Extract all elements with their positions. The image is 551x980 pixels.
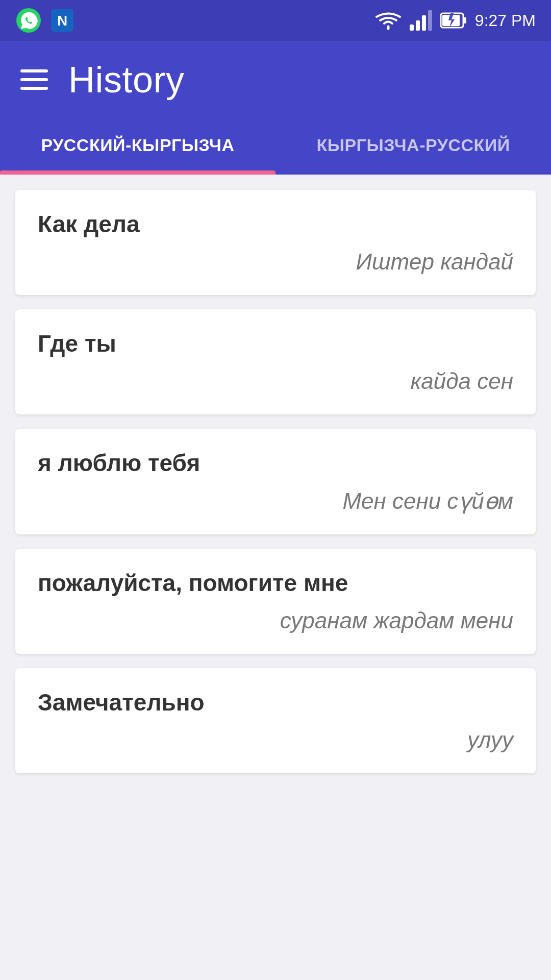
svg-rect-6 <box>428 10 432 31</box>
source-text-2: я люблю тебя <box>38 449 513 477</box>
svg-rect-3 <box>410 24 414 31</box>
source-text-0: Как дела <box>38 210 513 238</box>
whatsapp-icon <box>15 7 42 34</box>
menu-line-2 <box>20 78 48 81</box>
signal-icon <box>410 10 432 31</box>
status-bar-right-icons: 9:27 PM <box>375 10 536 31</box>
translation-list: Как дела Иштер кандай Где ты кайда сен я… <box>0 175 551 794</box>
battery-icon <box>440 11 467 30</box>
translation-card-0[interactable]: Как дела Иштер кандай <box>15 190 536 295</box>
svg-rect-4 <box>416 20 420 31</box>
source-text-3: пожалуйста, помогите мне <box>38 569 513 597</box>
svg-rect-8 <box>463 17 466 23</box>
svg-rect-5 <box>422 15 426 31</box>
source-text-1: Где ты <box>38 330 513 357</box>
menu-button[interactable] <box>20 69 48 90</box>
source-text-4: Замечательно <box>38 689 513 716</box>
notification-icon: N <box>51 9 73 32</box>
translation-text-2: Мен сени сүйөм <box>38 488 513 514</box>
translation-text-1: кайда сен <box>38 369 513 394</box>
page-title: History <box>68 59 185 101</box>
svg-text:N: N <box>57 13 67 29</box>
translation-card-1[interactable]: Где ты кайда сен <box>15 309 536 414</box>
time-display: 9:27 PM <box>475 11 536 30</box>
app-bar: History <box>0 41 551 118</box>
tabs-bar: РУССКИЙ-КЫРГЫЗЧА КЫРГЫЗЧА-РУССКИЙ <box>0 118 551 175</box>
translation-text-3: суранам жардам мени <box>38 608 513 633</box>
tab-russian-kyrgyz[interactable]: РУССКИЙ-КЫРГЫЗЧА <box>0 118 276 175</box>
menu-line-3 <box>20 87 48 90</box>
translation-card-4[interactable]: Замечательно улуу <box>15 668 536 773</box>
translation-card-3[interactable]: пожалуйста, помогите мне суранам жардам … <box>15 549 536 654</box>
translation-text-4: улуу <box>38 727 513 753</box>
status-bar: N 9:27 PM <box>0 0 551 41</box>
menu-line-1 <box>20 69 48 72</box>
status-bar-left-icons: N <box>15 7 73 34</box>
translation-text-0: Иштер кандай <box>38 249 513 275</box>
tab-kyrgyz-russian[interactable]: КЫРГЫЗЧА-РУССКИЙ <box>276 118 551 175</box>
translation-card-2[interactable]: я люблю тебя Мен сени сүйөм <box>15 429 536 534</box>
wifi-icon <box>375 10 402 31</box>
